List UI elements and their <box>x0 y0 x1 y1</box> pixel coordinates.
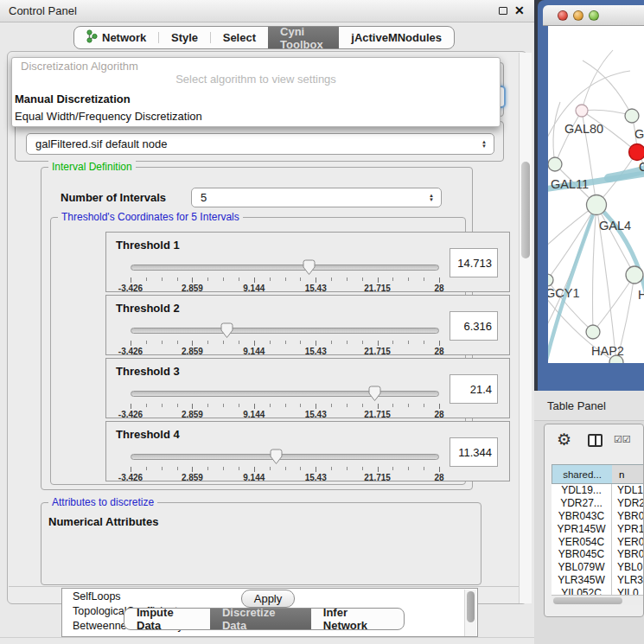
list-scrollbar[interactable] <box>464 590 476 637</box>
network-node[interactable] <box>548 157 562 171</box>
cell-shared-name[interactable]: YDL19... <box>552 484 612 497</box>
cell-shared-name[interactable]: YIL052C <box>552 586 612 595</box>
tab-infer-network[interactable]: Infer Network <box>311 609 404 629</box>
threshold-slider[interactable]: -3.4262.8599.14415.4321.71528 <box>131 386 439 416</box>
slider-track[interactable] <box>131 454 439 460</box>
network-node[interactable] <box>576 105 588 117</box>
threshold-value-field[interactable]: 11.344 <box>450 437 498 467</box>
control-panel-titlebar[interactable]: Control Panel ✕ <box>0 0 534 22</box>
slider-tick <box>285 341 286 344</box>
panel-vertical-scrollbar[interactable] <box>519 53 532 603</box>
network-node[interactable] <box>629 144 644 161</box>
threshold-slider[interactable]: -3.4262.8599.14415.4321.71528 <box>131 323 439 353</box>
network-edge[interactable] <box>593 205 597 332</box>
popup-placeholder-item[interactable]: Select algorithm to view settings <box>12 73 500 86</box>
cell-name[interactable]: YIL0 <box>612 586 644 595</box>
scrollbar-thumb[interactable] <box>521 162 530 258</box>
close-icon[interactable]: ✕ <box>514 3 525 17</box>
cell-shared-name[interactable]: YPR145W <box>552 522 612 535</box>
network-view-window[interactable]: GAL80GACGAL11GAL4GCY1HHAP2 <box>538 0 644 391</box>
column-visibility-icon[interactable] <box>588 434 603 447</box>
scrollbar-thumb[interactable] <box>553 597 622 604</box>
slider-tick-label: -3.426 <box>118 473 143 482</box>
apply-button[interactable]: Apply <box>241 590 295 608</box>
network-edge[interactable] <box>596 205 634 275</box>
cell-name[interactable]: YBL0 <box>612 561 644 574</box>
tab-discretize-data[interactable]: Discretize Data <box>210 609 311 629</box>
table-row[interactable]: YIL052CYIL0 <box>552 586 644 595</box>
threshold-value-field[interactable]: 14.713 <box>450 248 498 277</box>
slider-thumb[interactable] <box>220 322 233 339</box>
tab-select[interactable]: Select <box>211 27 268 48</box>
threshold-slider[interactable]: -3.4262.8599.14415.4321.71528 <box>131 260 439 290</box>
minimize-traffic-light[interactable] <box>573 10 583 21</box>
popup-item-equal-width-frequency[interactable]: Equal Width/Frequency Discretization <box>15 110 202 123</box>
cell-name[interactable]: YLR3 <box>612 574 644 587</box>
table-row[interactable]: YPR145WYPR1 <box>552 522 644 535</box>
slider-track[interactable] <box>131 391 439 397</box>
table-horizontal-scrollbar[interactable] <box>552 595 643 605</box>
column-header-name[interactable]: n <box>612 464 644 484</box>
network-node[interactable] <box>548 274 553 286</box>
tab-impute-data[interactable]: Impute Data <box>124 609 210 629</box>
network-node[interactable] <box>626 266 643 284</box>
slider-track[interactable] <box>131 265 439 271</box>
zoom-traffic-light[interactable] <box>589 10 599 21</box>
cell-name[interactable]: YBR0 <box>612 510 644 523</box>
number-of-intervals-combobox[interactable]: 5 ▲▼ <box>191 188 442 207</box>
slider-thumb[interactable] <box>368 386 381 402</box>
tab-jactivemnodules[interactable]: jActiveMNodules <box>339 27 454 48</box>
table-row[interactable]: YBR043CYBR0 <box>552 510 644 523</box>
table-data-combobox[interactable]: galFiltered.sif default node ▲▼ <box>26 133 494 155</box>
network-node[interactable] <box>587 195 607 215</box>
network-edge[interactable] <box>555 111 582 164</box>
cell-name[interactable]: YPR1 <box>612 522 644 535</box>
float-window-icon[interactable] <box>499 7 507 15</box>
cell-name[interactable]: YER0 <box>612 535 644 548</box>
cell-shared-name[interactable]: YBL079W <box>552 561 612 574</box>
list-scrollbar-thumb[interactable] <box>467 591 475 622</box>
cell-name[interactable]: YBR0 <box>612 548 644 561</box>
cell-shared-name[interactable]: YBR045C <box>552 548 612 561</box>
network-edge[interactable] <box>582 110 632 116</box>
slider-thumb[interactable] <box>303 259 316 276</box>
threshold-value-field[interactable]: 6.316 <box>450 311 498 341</box>
table-rows: YDL19...YDL1YDR27...YDR2YBR043CYBR0YPR14… <box>552 484 644 595</box>
network-edge[interactable] <box>593 275 634 332</box>
table-row[interactable]: YBL079WYBL0 <box>552 561 644 574</box>
network-window-titlebar[interactable] <box>543 5 644 26</box>
table-panel-titlebar[interactable]: Table Panel <box>534 391 644 421</box>
close-traffic-light[interactable] <box>558 10 568 21</box>
cell-shared-name[interactable]: YER054C <box>552 535 612 548</box>
slider-tick <box>270 341 271 344</box>
table-row[interactable]: YDR27...YDR2 <box>552 497 644 510</box>
tab-cyni-toolbox[interactable]: Cyni Toolbox <box>268 27 339 48</box>
network-node[interactable] <box>586 325 600 339</box>
network-canvas[interactable]: GAL80GACGAL11GAL4GCY1HHAP2 <box>548 26 644 363</box>
table-row[interactable]: YLR345WYLR3 <box>552 574 644 587</box>
network-edge-highlighted[interactable] <box>548 205 596 363</box>
cell-name[interactable]: YDL1 <box>612 484 644 497</box>
tab-style[interactable]: Style <box>159 27 210 48</box>
table-row[interactable]: YBR045CYBR0 <box>552 548 644 561</box>
table-panel-title: Table Panel <box>547 399 606 412</box>
threshold-value-field[interactable]: 21.4 <box>450 374 498 404</box>
slider-tick <box>270 404 271 407</box>
cell-shared-name[interactable]: YDR27... <box>552 497 612 510</box>
tab-network[interactable]: Network <box>74 27 158 48</box>
threshold-slider[interactable]: -3.4262.8599.14415.4321.71528 <box>131 450 439 479</box>
column-header-shared-name[interactable]: shared... <box>552 464 612 484</box>
table-settings-gear-icon[interactable]: ⚙ <box>557 430 571 450</box>
table-row[interactable]: YER054CYER0 <box>552 535 644 548</box>
slider-thumb[interactable] <box>270 449 283 465</box>
slider-track[interactable] <box>131 328 439 334</box>
network-node[interactable] <box>625 109 639 123</box>
cell-name[interactable]: YDR2 <box>612 497 644 510</box>
cell-shared-name[interactable]: YLR345W <box>552 574 612 587</box>
cell-shared-name[interactable]: YBR043C <box>552 510 612 523</box>
popup-item-manual-discretization[interactable]: Manual Discretization <box>15 92 131 105</box>
table-row[interactable]: YDL19...YDL1 <box>552 484 644 497</box>
table-data-selected-value: galFiltered.sif default node <box>35 137 167 150</box>
select-columns-checkboxes-icon[interactable]: ☑☑ <box>614 434 631 445</box>
network-edge[interactable] <box>583 61 632 116</box>
